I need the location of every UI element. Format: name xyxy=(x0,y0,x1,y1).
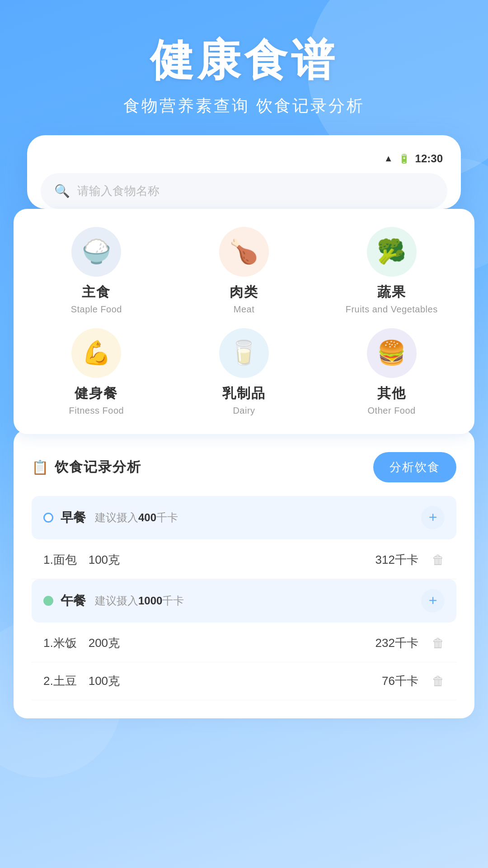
category-item-fitness[interactable]: 💪 健身餐 Fitness Food xyxy=(27,328,166,416)
food-delete-icon[interactable]: 🗑 xyxy=(432,636,445,651)
food-row-name: 1.米饭 200克 xyxy=(43,635,375,651)
category-name-veg: 蔬果 xyxy=(377,283,406,302)
search-icon: 🔍 xyxy=(54,184,70,198)
food-row: 1.米饭 200克 232千卡 🗑 xyxy=(32,624,456,662)
food-row-calories: 232千卡 xyxy=(375,635,418,651)
category-sub-fitness: Fitness Food xyxy=(69,406,124,416)
battery-icon: 🔋 xyxy=(399,153,410,164)
category-sub-meat: Meat xyxy=(234,304,254,315)
category-item-other[interactable]: 🍔 其他 Other Food xyxy=(322,328,461,416)
category-item-dairy[interactable]: 🥛 乳制品 Dairy xyxy=(175,328,314,416)
food-row-name: 1.面包 100克 xyxy=(43,552,375,568)
search-placeholder-text: 请输入食物名称 xyxy=(77,183,160,199)
category-icon-fitness: 💪 xyxy=(71,328,121,378)
categories-grid: 🍚 主食 Staple Food 🍗 肉类 Meat 🥦 蔬果 Fruits a… xyxy=(27,227,461,416)
diet-header: 📋 饮食记录分析 分析饮食 xyxy=(32,452,456,482)
food-delete-icon[interactable]: 🗑 xyxy=(432,552,445,567)
diet-title-group: 📋 饮食记录分析 xyxy=(32,458,141,476)
category-name-meat: 肉类 xyxy=(230,283,258,302)
category-name-dairy: 乳制品 xyxy=(222,384,266,403)
diet-section-title: 饮食记录分析 xyxy=(55,458,141,476)
category-name-fitness: 健身餐 xyxy=(75,384,118,403)
category-item-staple[interactable]: 🍚 主食 Staple Food xyxy=(27,227,166,315)
app-mockup-card: ▲ 🔋 12:30 🔍 请输入食物名称 xyxy=(27,135,461,209)
page-subtitle: 食物营养素查询 饮食记录分析 xyxy=(0,95,488,117)
category-icon-staple: 🍚 xyxy=(71,227,121,277)
meal-dot-breakfast xyxy=(43,513,53,523)
status-time: 12:30 xyxy=(415,152,443,165)
category-sub-staple: Staple Food xyxy=(71,304,122,315)
meal-advice-lunch: 建议摄入1000千卡 xyxy=(95,594,184,608)
meal-name-lunch: 午餐 xyxy=(61,592,86,609)
signal-icon: ▲ xyxy=(384,153,393,164)
search-bar[interactable]: 🔍 请输入食物名称 xyxy=(41,173,447,209)
category-name-other: 其他 xyxy=(377,384,406,403)
food-row: 1.面包 100克 312千卡 🗑 xyxy=(32,541,456,579)
meal-dot-lunch xyxy=(43,596,53,606)
meal-header-lunch: 午餐 建议摄入1000千卡 + xyxy=(32,579,456,623)
category-sub-dairy: Dairy xyxy=(233,406,255,416)
meal-add-breakfast[interactable]: + xyxy=(421,506,445,529)
food-row-name: 2.土豆 100克 xyxy=(43,673,382,689)
category-icon-meat: 🍗 xyxy=(219,227,269,277)
category-icon-other: 🍔 xyxy=(367,328,417,378)
category-sub-other: Other Food xyxy=(368,406,416,416)
meal-name-breakfast: 早餐 xyxy=(61,509,86,526)
diet-section-card: 📋 饮食记录分析 分析饮食 早餐 建议摄入400千卡 + 1.面包 100克 3… xyxy=(14,429,474,718)
meal-advice-breakfast: 建议摄入400千卡 xyxy=(95,510,178,525)
meal-header-breakfast: 早餐 建议摄入400千卡 + xyxy=(32,496,456,539)
category-item-veg[interactable]: 🥦 蔬果 Fruits and Vegetables xyxy=(322,227,461,315)
meals-container: 早餐 建议摄入400千卡 + 1.面包 100克 312千卡 🗑 午餐 建议摄入… xyxy=(32,496,456,700)
meal-add-lunch[interactable]: + xyxy=(421,589,445,613)
category-item-meat[interactable]: 🍗 肉类 Meat xyxy=(175,227,314,315)
food-row: 2.土豆 100克 76千卡 🗑 xyxy=(32,662,456,700)
status-bar: ▲ 🔋 12:30 xyxy=(41,149,447,169)
category-icon-dairy: 🥛 xyxy=(219,328,269,378)
diet-list-icon: 📋 xyxy=(32,459,48,475)
page-title: 健康食谱 xyxy=(0,36,488,84)
food-row-calories: 312千卡 xyxy=(375,552,418,568)
category-name-staple: 主食 xyxy=(82,283,111,302)
categories-card: 🍚 主食 Staple Food 🍗 肉类 Meat 🥦 蔬果 Fruits a… xyxy=(14,209,474,434)
food-delete-icon[interactable]: 🗑 xyxy=(432,674,445,689)
analyze-button[interactable]: 分析饮食 xyxy=(373,452,456,482)
category-icon-veg: 🥦 xyxy=(367,227,417,277)
category-sub-veg: Fruits and Vegetables xyxy=(346,304,438,315)
food-row-calories: 76千卡 xyxy=(382,673,418,689)
header-section: 健康食谱 食物营养素查询 饮食记录分析 xyxy=(0,0,488,135)
